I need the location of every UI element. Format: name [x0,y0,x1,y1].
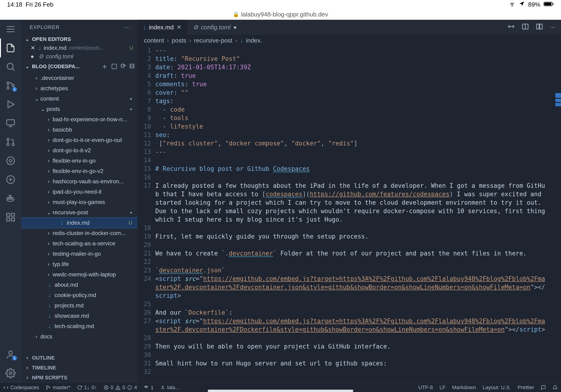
new-folder-icon[interactable]: ▢ [111,62,117,71]
code-line[interactable]: <script src="https://emgithub.com/embed.… [155,317,546,334]
tree-folder[interactable]: ›.devcontainer [21,73,137,83]
tree-folder[interactable]: ›ipad-do-you-need-it [21,187,137,197]
tree-folder[interactable]: ›must-play-ios-games [21,197,137,207]
editor-tab[interactable]: ⚙config.toml● [187,20,243,35]
code-line[interactable] [155,334,546,342]
codespaces-status[interactable]: Codespaces [0,384,42,391]
search-icon[interactable] [0,57,21,76]
breadcrumb-item[interactable]: index. [246,37,262,44]
sidebar-more-icon[interactable]: ⋯ [124,23,131,31]
close-icon[interactable]: ✕ [177,24,181,31]
code-line[interactable]: draft: true [155,71,546,80]
extensions-icon[interactable] [0,208,21,227]
refresh-icon[interactable]: ⟳ [120,62,126,71]
more-actions-icon[interactable]: ⋯ [550,24,555,31]
code-line[interactable]: seo: [155,131,546,139]
code-line[interactable]: Small hint how to run Hugo server and se… [155,359,546,368]
timeline-section[interactable]: › TIMELINE [21,363,137,373]
code-line[interactable]: title: "Recursive Post" [155,54,546,63]
encoding-status[interactable]: UTF-8 [415,384,436,391]
source-control-icon[interactable]: 1 [0,76,21,95]
code-line[interactable]: And our `Dockerfile`: [155,308,546,317]
code-line[interactable]: ·["redis cluster", "docker compose", "do… [155,139,546,148]
github-pr-icon[interactable] [0,132,21,151]
home-indicator[interactable] [208,390,353,392]
remote-explorer-icon[interactable] [0,114,21,132]
code-line[interactable]: Then you will be able to open your proje… [155,342,546,351]
breadcrumb-item[interactable]: posts [172,37,186,44]
code-line[interactable]: # Recursive blog post or Github Codespac… [155,164,546,173]
code-line[interactable]: --- [155,46,546,54]
code-line[interactable]: `devcontainer.json` [155,266,546,274]
code-line[interactable] [155,300,546,308]
tree-folder[interactable]: ›redis-cluster-in-docker-com... [21,228,137,238]
ports-status[interactable]: 1 [140,384,157,391]
code-line[interactable]: First, let me quickly guide you through … [155,232,546,241]
feedback-icon[interactable] [538,384,549,391]
code-line[interactable] [155,173,546,181]
code-line[interactable]: We have to create `.devcontainer` Folder… [155,249,546,258]
tree-folder[interactable]: ›hashicorp-vault-as-environ... [21,176,137,187]
minimap[interactable] [555,46,561,383]
menu-icon[interactable] [0,20,21,39]
code-line[interactable]: date: 2021-01-05T14:17:39Z [155,63,546,71]
tree-file[interactable]: ↓about.md [21,280,137,290]
problems-status[interactable]: 0 0 4 [100,384,140,391]
tree-file[interactable]: ↓cookie-policy.md [21,290,137,300]
tree-folder[interactable]: ›testing-mailer-in-go [21,249,137,259]
breadcrumb-item[interactable]: recursive-post [194,37,232,44]
code-editor[interactable]: 1234567891011121314151617181920212223242… [137,46,561,383]
open-editors-section[interactable]: ⌄ OPEN EDITORS [21,35,137,44]
code-line[interactable] [155,368,546,376]
tree-folder[interactable]: ›bad-hr-experience-or-how-n... [21,114,137,125]
git-branch-status[interactable]: master* [42,384,74,391]
hugo-icon[interactable] [0,170,21,189]
tree-folder[interactable]: ›tech-scaling-as-a-service [21,238,137,249]
tree-folder[interactable]: ›dont-go-to-it-or-even-go-out [21,135,137,145]
tree-folder[interactable]: ›wwdc-memoji-with-laptop [21,269,137,280]
open-editor-item[interactable]: ● ⚙ config.toml [21,52,137,61]
eol-status[interactable]: LF [436,384,449,391]
open-preview-icon[interactable] [521,23,529,32]
run-debug-icon[interactable] [0,95,21,114]
workspace-section[interactable]: ⌄ BLOG [CODESPA... ＋ ▢ ⟳ ⊟ [21,61,137,72]
close-icon[interactable]: ✕ [31,45,36,51]
tree-folder[interactable]: ›docs [21,331,137,342]
tree-file[interactable]: ↓tech-scaling.md [21,321,137,331]
split-editor-icon[interactable] [536,23,543,32]
collapse-icon[interactable]: ⊟ [129,62,135,71]
compare-changes-icon[interactable] [507,23,515,32]
prettier-status[interactable]: Prettier [514,384,538,391]
tree-folder[interactable]: ›typ.life [21,259,137,269]
docker-icon[interactable] [0,189,21,208]
code-line[interactable]: <script src="https://emgithub.com/embed.… [155,274,546,300]
breadcrumb[interactable]: content › posts › recursive-post › ↓ ind… [137,35,561,46]
code-line[interactable]: --- [155,148,546,156]
outline-section[interactable]: › OUTLINE [21,353,137,363]
code-line[interactable]: cover: "" [155,88,546,97]
tree-folder[interactable]: ›flexible-env-in-go-v2 [21,166,137,176]
tree-folder[interactable]: ›flexible-env-in-go [21,156,137,166]
code-line[interactable]: tags: [155,97,546,105]
new-file-icon[interactable]: ＋ [101,62,108,71]
live-share-icon[interactable] [0,151,21,170]
browser-address-bar[interactable]: 🔒 lalabuy948-blog-qppr.github.dev [0,9,561,20]
code-line[interactable] [155,258,546,266]
npm-scripts-section[interactable]: › NPM SCRIPTS [21,373,137,383]
tree-folder[interactable]: ⌄posts● [21,104,137,114]
accounts-icon[interactable]: 1 [0,345,21,364]
tree-folder[interactable]: ›dont-go-to-it-v2 [21,145,137,156]
live-share-status[interactable]: lala... [157,384,183,391]
code-line[interactable]: ··- code [155,105,546,114]
code-line[interactable]: ··- tools [155,114,546,122]
tree-folder[interactable]: ⌄recursive-post● [21,207,137,218]
tree-folder[interactable]: ⌄content● [21,94,137,104]
open-editor-item[interactable]: ✕ ↓ index.md content/posts... U [21,44,137,52]
code-line[interactable]: comments: true [155,80,546,88]
code-line[interactable] [155,224,546,232]
notifications-icon[interactable] [549,384,561,391]
tree-folder[interactable]: ›archetypes [21,83,137,94]
tree-folder[interactable]: ›basicbb [21,125,137,135]
tree-file[interactable]: ↓projects.md [21,300,137,311]
close-icon[interactable]: ● [233,24,237,31]
